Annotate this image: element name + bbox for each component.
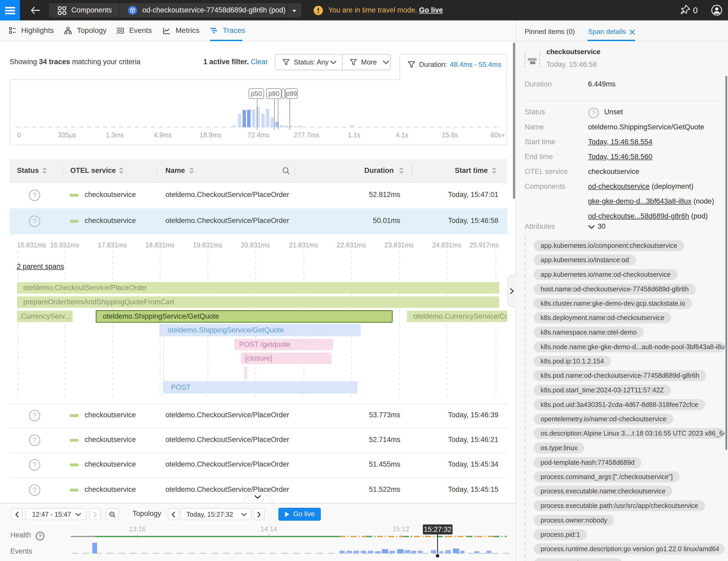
svg-text:?: ? bbox=[592, 109, 595, 116]
svg-text:?: ? bbox=[33, 461, 36, 469]
svg-text:?: ? bbox=[33, 436, 36, 444]
svg-text:?: ? bbox=[33, 411, 36, 419]
svg-text:?: ? bbox=[33, 486, 36, 494]
svg-text:?: ? bbox=[33, 191, 36, 199]
svg-text:?: ? bbox=[38, 533, 42, 539]
svg-text:?: ? bbox=[33, 217, 36, 225]
